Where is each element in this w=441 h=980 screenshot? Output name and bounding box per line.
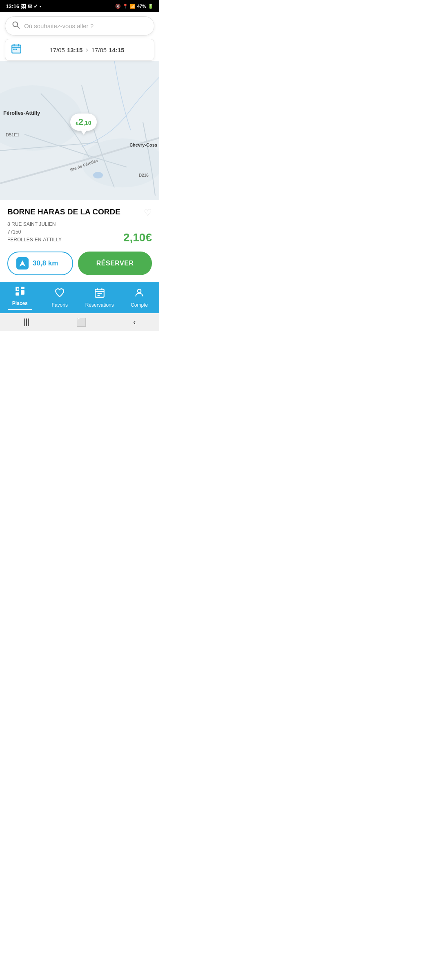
svg-marker-12 [20, 260, 26, 266]
svg-rect-16 [16, 292, 19, 296]
svg-point-11 [93, 172, 103, 178]
status-battery-icon: 🔋 [148, 4, 154, 9]
price-bubble: € 2 ,10 [70, 114, 97, 131]
search-icon [12, 21, 20, 31]
price-pin[interactable]: € 2 ,10 [70, 114, 97, 131]
places-icon: P [15, 286, 25, 299]
station-card: BORNE HARAS DE LA CORDE ♡ 8 RUE SAINT JU… [0, 200, 159, 282]
end-time: 14:15 [109, 47, 124, 53]
nav-label-reservations: Réservations [85, 302, 114, 308]
action-buttons: 30,8 km RÉSERVER [7, 252, 152, 275]
nav-item-places[interactable]: P Places [6, 286, 34, 310]
active-indicator [8, 309, 32, 310]
card-header: BORNE HARAS DE LA CORDE ♡ [7, 207, 152, 218]
reservations-icon [94, 287, 105, 301]
arrow-icon: › [86, 46, 88, 53]
nav-item-favoris[interactable]: Favoris [45, 287, 74, 308]
end-date: 17/05 [91, 47, 107, 53]
sys-home-icon[interactable]: ⬜ [76, 317, 87, 327]
svg-point-0 [13, 22, 18, 27]
start-time: 13:15 [67, 47, 82, 53]
svg-line-1 [17, 26, 19, 28]
favoris-icon [54, 287, 65, 301]
status-mute-icon: 🔇 [115, 4, 121, 9]
svg-rect-15 [21, 290, 24, 294]
distance-button[interactable]: 30,8 km [7, 252, 73, 275]
nav-item-reservations[interactable]: Réservations [85, 287, 114, 308]
status-location-icon: 📍 [122, 4, 128, 9]
compte-icon [134, 287, 145, 301]
address-line2: 77150 [7, 228, 62, 236]
nav-item-compte[interactable]: Compte [125, 287, 154, 308]
station-address: 8 RUE SAINT JULIEN 77150 FEROLLES-EN-ATT… [7, 220, 62, 244]
sys-back-icon[interactable]: ||| [23, 317, 30, 327]
start-date: 17/05 [49, 47, 65, 53]
status-wifi-icon: 📶 [130, 4, 136, 9]
price-cents: ,10 [83, 120, 91, 126]
distance-text: 30,8 km [33, 259, 58, 267]
sys-recents-icon[interactable]: ‹ [133, 317, 136, 327]
map-area[interactable]: Férolles-Attilly D51E1 Rte de Férolles D… [0, 61, 159, 200]
bottom-nav: P Places Favoris Réservations [0, 282, 159, 313]
svg-rect-7 [16, 49, 17, 50]
search-placeholder-text: Où souhaitez-vous aller ? [24, 22, 94, 29]
svg-rect-14 [21, 287, 24, 289]
map-label-d51: D51E1 [6, 132, 20, 137]
reserve-button[interactable]: RÉSERVER [78, 252, 152, 275]
svg-text:P: P [17, 287, 19, 291]
status-battery: 47% [137, 4, 146, 9]
status-icons: 🖼 ✉ ✓ • [21, 3, 41, 9]
search-container: Où souhaitez-vous aller ? [0, 12, 159, 39]
status-time: 13:16 [6, 3, 19, 9]
status-bar: 13:16 🖼 ✉ ✓ • 🔇 📍 📶 47% 🔋 [0, 0, 159, 12]
svg-point-24 [138, 289, 141, 293]
search-box[interactable]: Où souhaitez-vous aller ? [5, 16, 154, 36]
map-label-chevry: Chevry-Coss [129, 143, 157, 147]
date-times: 17/05 13:15 › 17/05 14:15 [26, 46, 148, 53]
svg-rect-18 [95, 289, 104, 297]
nav-label-compte: Compte [131, 302, 148, 308]
address-price-row: 8 RUE SAINT JULIEN 77150 FEROLLES-EN-ATT… [7, 220, 152, 244]
address-line1: 8 RUE SAINT JULIEN [7, 220, 62, 228]
price-main: 2 [78, 117, 83, 127]
map-label-d216: D216 [139, 173, 149, 178]
date-time-bar[interactable]: 17/05 13:15 › 17/05 14:15 [5, 39, 154, 61]
nav-label-favoris: Favoris [52, 302, 68, 308]
svg-rect-6 [13, 49, 14, 50]
address-line3: FEROLLES-EN-ATTILLY [7, 236, 62, 244]
favorite-icon[interactable]: ♡ [144, 207, 152, 218]
nav-label-places: Places [12, 301, 28, 306]
station-price: 2,10€ [123, 231, 152, 244]
station-name: BORNE HARAS DE LA CORDE [7, 207, 144, 216]
system-nav: ||| ⬜ ‹ [0, 313, 159, 331]
map-label-ferolles: Férolles-Attilly [3, 110, 40, 116]
navigation-icon [16, 257, 29, 270]
calendar-icon [11, 43, 22, 56]
